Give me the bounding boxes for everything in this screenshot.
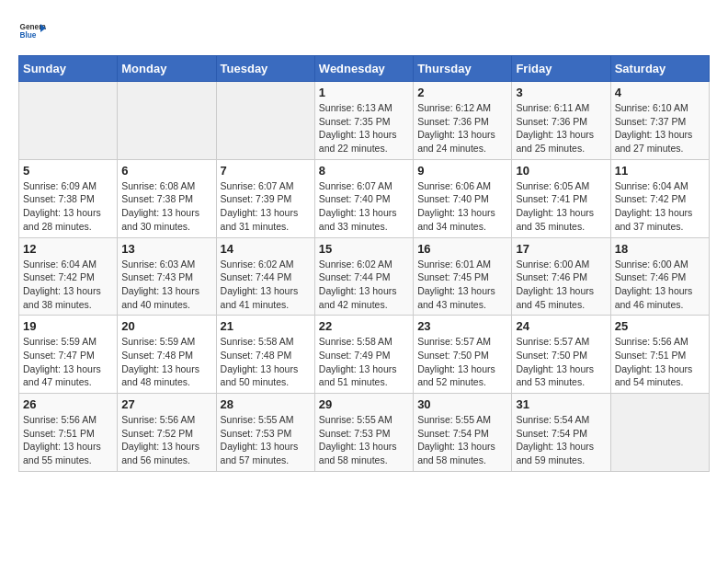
calendar-cell: 22Sunrise: 5:58 AMSunset: 7:49 PMDayligh… [314, 316, 413, 394]
day-number: 25 [615, 319, 705, 333]
calendar-cell: 30Sunrise: 5:55 AMSunset: 7:54 PMDayligh… [414, 394, 512, 472]
day-number: 12 [23, 242, 113, 256]
calendar-week-row: 19Sunrise: 5:59 AMSunset: 7:47 PMDayligh… [19, 316, 710, 394]
calendar-week-row: 26Sunrise: 5:56 AMSunset: 7:51 PMDayligh… [19, 394, 710, 472]
day-number: 19 [23, 319, 113, 333]
day-number: 4 [615, 86, 705, 99]
cell-info: Sunrise: 5:59 AMSunset: 7:48 PMDaylight:… [121, 335, 211, 389]
calendar-cell [118, 82, 216, 160]
cell-info: Sunrise: 6:00 AMSunset: 7:46 PMDaylight:… [516, 258, 606, 312]
day-number: 8 [319, 164, 409, 178]
calendar-cell: 28Sunrise: 5:55 AMSunset: 7:53 PMDayligh… [216, 394, 314, 472]
calendar-cell: 31Sunrise: 5:54 AMSunset: 7:54 PMDayligh… [512, 394, 610, 472]
cell-info: Sunrise: 6:01 AMSunset: 7:45 PMDaylight:… [417, 258, 507, 312]
calendar-cell: 19Sunrise: 5:59 AMSunset: 7:47 PMDayligh… [19, 316, 118, 394]
calendar-week-row: 12Sunrise: 6:04 AMSunset: 7:42 PMDayligh… [19, 237, 710, 316]
page-header: General Blue [18, 18, 710, 46]
calendar-cell: 25Sunrise: 5:56 AMSunset: 7:51 PMDayligh… [610, 316, 709, 394]
day-number: 7 [221, 164, 311, 178]
calendar-cell: 21Sunrise: 5:58 AMSunset: 7:48 PMDayligh… [216, 316, 314, 394]
cell-info: Sunrise: 5:58 AMSunset: 7:48 PMDaylight:… [221, 335, 311, 389]
cell-info: Sunrise: 6:04 AMSunset: 7:42 PMDaylight:… [615, 179, 705, 234]
day-number: 15 [319, 242, 409, 256]
calendar-cell: 16Sunrise: 6:01 AMSunset: 7:45 PMDayligh… [414, 237, 512, 316]
day-number: 29 [319, 397, 409, 411]
calendar-cell: 24Sunrise: 5:57 AMSunset: 7:50 PMDayligh… [512, 316, 610, 394]
cell-info: Sunrise: 5:57 AMSunset: 7:50 PMDaylight:… [417, 335, 507, 389]
calendar-cell: 18Sunrise: 6:00 AMSunset: 7:46 PMDayligh… [610, 237, 709, 316]
calendar-cell: 9Sunrise: 6:06 AMSunset: 7:40 PMDaylight… [414, 159, 512, 237]
cell-info: Sunrise: 5:56 AMSunset: 7:52 PMDaylight:… [121, 413, 211, 467]
calendar-cell: 15Sunrise: 6:02 AMSunset: 7:44 PMDayligh… [314, 237, 413, 316]
day-number: 27 [121, 397, 211, 411]
day-number: 20 [121, 319, 211, 333]
day-number: 23 [417, 319, 507, 333]
day-number: 2 [417, 86, 507, 99]
calendar-cell [19, 82, 118, 160]
calendar-week-row: 1Sunrise: 6:13 AMSunset: 7:35 PMDaylight… [19, 82, 710, 160]
cell-info: Sunrise: 6:07 AMSunset: 7:39 PMDaylight:… [221, 179, 311, 234]
calendar-header: SundayMondayTuesdayWednesdayThursdayFrid… [19, 56, 710, 82]
weekday-header-sunday: Sunday [19, 56, 118, 82]
cell-info: Sunrise: 6:00 AMSunset: 7:46 PMDaylight:… [615, 258, 705, 312]
calendar-body: 1Sunrise: 6:13 AMSunset: 7:35 PMDaylight… [19, 82, 710, 472]
calendar-table: SundayMondayTuesdayWednesdayThursdayFrid… [18, 55, 710, 472]
cell-info: Sunrise: 5:59 AMSunset: 7:47 PMDaylight:… [23, 335, 113, 389]
day-number: 13 [121, 242, 211, 256]
calendar-cell: 2Sunrise: 6:12 AMSunset: 7:36 PMDaylight… [414, 82, 512, 160]
day-number: 14 [221, 242, 311, 256]
day-number: 22 [319, 319, 409, 333]
weekday-header-monday: Monday [118, 56, 216, 82]
day-number: 18 [615, 242, 705, 256]
day-number: 21 [221, 319, 311, 333]
calendar-cell: 11Sunrise: 6:04 AMSunset: 7:42 PMDayligh… [610, 159, 709, 237]
day-number: 1 [319, 86, 409, 99]
calendar-cell: 12Sunrise: 6:04 AMSunset: 7:42 PMDayligh… [19, 237, 118, 316]
calendar-cell: 26Sunrise: 5:56 AMSunset: 7:51 PMDayligh… [19, 394, 118, 472]
calendar-cell: 7Sunrise: 6:07 AMSunset: 7:39 PMDaylight… [216, 159, 314, 237]
day-number: 11 [615, 164, 705, 178]
cell-info: Sunrise: 5:55 AMSunset: 7:53 PMDaylight:… [221, 413, 311, 467]
weekday-header-tuesday: Tuesday [216, 56, 314, 82]
calendar-cell: 10Sunrise: 6:05 AMSunset: 7:41 PMDayligh… [512, 159, 610, 237]
cell-info: Sunrise: 6:07 AMSunset: 7:40 PMDaylight:… [319, 179, 409, 234]
day-number: 3 [516, 86, 606, 99]
cell-info: Sunrise: 5:54 AMSunset: 7:54 PMDaylight:… [516, 413, 606, 467]
cell-info: Sunrise: 6:02 AMSunset: 7:44 PMDaylight:… [319, 258, 409, 312]
day-number: 30 [417, 397, 507, 411]
cell-info: Sunrise: 5:56 AMSunset: 7:51 PMDaylight:… [23, 413, 113, 467]
cell-info: Sunrise: 5:57 AMSunset: 7:50 PMDaylight:… [516, 335, 606, 389]
cell-info: Sunrise: 6:13 AMSunset: 7:35 PMDaylight:… [319, 101, 409, 155]
day-number: 24 [516, 319, 606, 333]
calendar-cell [610, 394, 709, 472]
weekday-header-saturday: Saturday [610, 56, 709, 82]
day-number: 31 [516, 397, 606, 411]
cell-info: Sunrise: 5:56 AMSunset: 7:51 PMDaylight:… [615, 335, 705, 389]
day-number: 9 [417, 164, 507, 178]
weekday-header-thursday: Thursday [414, 56, 512, 82]
cell-info: Sunrise: 6:12 AMSunset: 7:36 PMDaylight:… [417, 101, 507, 155]
cell-info: Sunrise: 6:08 AMSunset: 7:38 PMDaylight:… [121, 179, 211, 234]
calendar-cell: 8Sunrise: 6:07 AMSunset: 7:40 PMDaylight… [314, 159, 413, 237]
calendar-cell: 5Sunrise: 6:09 AMSunset: 7:38 PMDaylight… [19, 159, 118, 237]
calendar-cell: 6Sunrise: 6:08 AMSunset: 7:38 PMDaylight… [118, 159, 216, 237]
svg-text:Blue: Blue [20, 31, 37, 40]
calendar-cell [216, 82, 314, 160]
calendar-cell: 13Sunrise: 6:03 AMSunset: 7:43 PMDayligh… [118, 237, 216, 316]
cell-info: Sunrise: 5:55 AMSunset: 7:53 PMDaylight:… [319, 413, 409, 467]
calendar-cell: 1Sunrise: 6:13 AMSunset: 7:35 PMDaylight… [314, 82, 413, 160]
calendar-cell: 3Sunrise: 6:11 AMSunset: 7:36 PMDaylight… [512, 82, 610, 160]
calendar-cell: 4Sunrise: 6:10 AMSunset: 7:37 PMDaylight… [610, 82, 709, 160]
logo: General Blue [18, 18, 46, 46]
cell-info: Sunrise: 6:10 AMSunset: 7:37 PMDaylight:… [615, 101, 705, 155]
cell-info: Sunrise: 6:05 AMSunset: 7:41 PMDaylight:… [516, 179, 606, 234]
cell-info: Sunrise: 6:06 AMSunset: 7:40 PMDaylight:… [417, 179, 507, 234]
cell-info: Sunrise: 5:58 AMSunset: 7:49 PMDaylight:… [319, 335, 409, 389]
day-number: 10 [516, 164, 606, 178]
day-number: 28 [221, 397, 311, 411]
calendar-cell: 29Sunrise: 5:55 AMSunset: 7:53 PMDayligh… [314, 394, 413, 472]
cell-info: Sunrise: 5:55 AMSunset: 7:54 PMDaylight:… [417, 413, 507, 467]
day-number: 6 [121, 164, 211, 178]
cell-info: Sunrise: 6:03 AMSunset: 7:43 PMDaylight:… [121, 258, 211, 312]
calendar-cell: 27Sunrise: 5:56 AMSunset: 7:52 PMDayligh… [118, 394, 216, 472]
